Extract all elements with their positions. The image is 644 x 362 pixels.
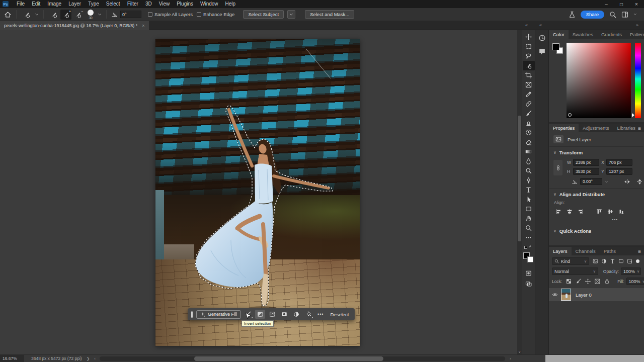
filter-smart-object-button[interactable] (625, 257, 634, 265)
menu-plugins[interactable]: Plugins (173, 1, 197, 7)
zoom-tool[interactable] (523, 223, 535, 233)
align-bottom-button[interactable] (617, 208, 625, 215)
selection-mode-new-button[interactable] (48, 10, 59, 20)
filter-half-circle-button[interactable] (600, 257, 608, 265)
brush-tool[interactable] (523, 109, 535, 118)
menu-image[interactable]: Image (44, 1, 65, 7)
minimize-icon[interactable]: – (599, 0, 614, 8)
blur-tool[interactable] (523, 156, 535, 166)
selection-mode-subtract-button[interactable]: − (72, 10, 84, 20)
eyedropper-tool[interactable] (523, 89, 535, 99)
properties-tab-adjustments[interactable]: Adjustments (579, 124, 613, 132)
lock-lock-button[interactable] (603, 278, 610, 285)
select-subject-button[interactable]: Select Subject (243, 10, 284, 19)
tab-close-icon[interactable]: × (142, 23, 144, 28)
canvas-vertical-scrollbar[interactable]: ∨ (517, 30, 522, 354)
menu-help[interactable]: Help (222, 1, 239, 7)
color-tab-color[interactable]: Color (549, 30, 569, 39)
scroll-left-icon[interactable]: ‹ (94, 356, 96, 361)
transform-section-header[interactable]: ∨ Transform (549, 147, 644, 158)
align-center-h-button[interactable] (565, 208, 574, 215)
brush-angle-input[interactable] (120, 11, 141, 18)
transform-x-input[interactable] (606, 159, 632, 166)
align-left-button[interactable] (554, 208, 562, 215)
menu-file[interactable]: File (13, 1, 28, 7)
shape-tool[interactable] (523, 204, 535, 214)
close-icon[interactable]: × (629, 0, 644, 8)
filter-picture-button[interactable] (591, 257, 600, 265)
brush-size-picker[interactable]: 30 (86, 10, 95, 20)
color-tab-gradients[interactable]: Gradients (597, 30, 626, 39)
panel-menu-icon[interactable]: ≡ (638, 249, 641, 254)
menu-select[interactable]: Select (103, 1, 124, 7)
edit-toolbar-icon[interactable] (523, 233, 535, 242)
chevron-down-icon[interactable] (633, 13, 637, 16)
flip-vertical-icon[interactable] (636, 178, 643, 185)
menu-type[interactable]: Type (85, 1, 103, 7)
rotate-angle-input[interactable] (580, 178, 602, 185)
pen-tool[interactable] (523, 175, 535, 185)
layer-thumbnail[interactable] (561, 289, 571, 301)
menu-layer[interactable]: Layer (65, 1, 85, 7)
marquee-tool[interactable] (523, 42, 535, 51)
path-select-tool[interactable] (523, 195, 535, 204)
foreground-background-swatches[interactable] (523, 252, 534, 265)
lock-brush-button[interactable] (575, 278, 582, 285)
chevron-down-icon[interactable] (35, 13, 39, 17)
filter-type-button[interactable] (608, 257, 617, 265)
canvas-horizontal-scrollbar[interactable] (100, 356, 505, 361)
menu-3d[interactable]: 3D (142, 1, 155, 7)
filter-toggle-icon[interactable] (636, 259, 639, 263)
checkbox-sample-all-layers[interactable]: Sample All Layers (148, 12, 193, 17)
frame-tool[interactable] (523, 80, 535, 89)
properties-tab-properties[interactable]: Properties (549, 124, 579, 132)
layer-filter-kind-combo[interactable]: Kind ∨ (552, 257, 589, 265)
taskbar-transform-selection-button[interactable] (267, 310, 277, 319)
chevron-down-icon[interactable] (605, 180, 608, 184)
menu-filter[interactable]: Filter (124, 1, 142, 7)
color-tab-swatches[interactable]: Swatches (569, 30, 597, 39)
fill-combo[interactable]: 100% ∨ (626, 278, 644, 285)
lock-checkerboard-button[interactable] (565, 278, 572, 285)
layer-row[interactable]: Layer 0 (549, 288, 644, 301)
taskbar-create-mask-button[interactable] (279, 310, 289, 319)
home-icon[interactable] (4, 11, 12, 18)
menu-window[interactable]: Window (197, 1, 222, 7)
hand-tool[interactable] (523, 214, 535, 223)
document-canvas[interactable] (155, 39, 360, 346)
taskbar-drag-handle[interactable] (191, 311, 193, 318)
link-dimensions-button[interactable] (553, 160, 562, 175)
transform-y-input[interactable] (606, 168, 632, 175)
taskbar-more-button[interactable]: ••• (315, 312, 326, 317)
filter-shape-button[interactable] (617, 257, 625, 265)
screen-mode-button[interactable] (523, 279, 535, 289)
deselect-button[interactable]: Deselect (328, 312, 351, 317)
transform-h-input[interactable] (573, 168, 599, 175)
select-and-mask-button[interactable]: Select and Mask... (305, 10, 354, 19)
layers-tab-channels[interactable]: Channels (572, 247, 600, 255)
checkbox-box[interactable] (197, 12, 201, 17)
align-right-button[interactable] (576, 208, 585, 215)
clone-stamp-tool[interactable] (523, 118, 535, 128)
tool-preset-button[interactable] (21, 10, 32, 20)
menu-view[interactable]: View (155, 1, 174, 7)
selection-brush-tool[interactable] (523, 61, 535, 70)
dodge-tool[interactable] (523, 166, 535, 175)
color-picker-marker[interactable] (568, 113, 572, 117)
layer-visibility-eye-icon[interactable] (552, 292, 558, 298)
opacity-combo[interactable]: 100% ∨ (621, 267, 641, 275)
layers-tab-layers[interactable]: Layers (549, 247, 572, 255)
lock-frame-button[interactable] (594, 278, 601, 285)
panel-menu-icon[interactable]: ≡ (638, 126, 641, 131)
lock-move-button[interactable] (584, 278, 591, 285)
properties-tab-libraries[interactable]: Libraries (613, 124, 639, 132)
maximize-icon[interactable]: □ (614, 0, 629, 8)
expand-panels-icon[interactable]: » (636, 23, 638, 28)
quick-mask-button[interactable] (523, 268, 535, 278)
taskbar-half-circle-button[interactable] (291, 310, 301, 319)
comments-panel-icon[interactable] (538, 48, 546, 55)
hue-slider-marker[interactable] (632, 113, 634, 117)
crop-tool[interactable] (523, 70, 535, 80)
more-align-options[interactable]: ••• (549, 216, 644, 225)
hue-slider[interactable] (635, 43, 641, 118)
